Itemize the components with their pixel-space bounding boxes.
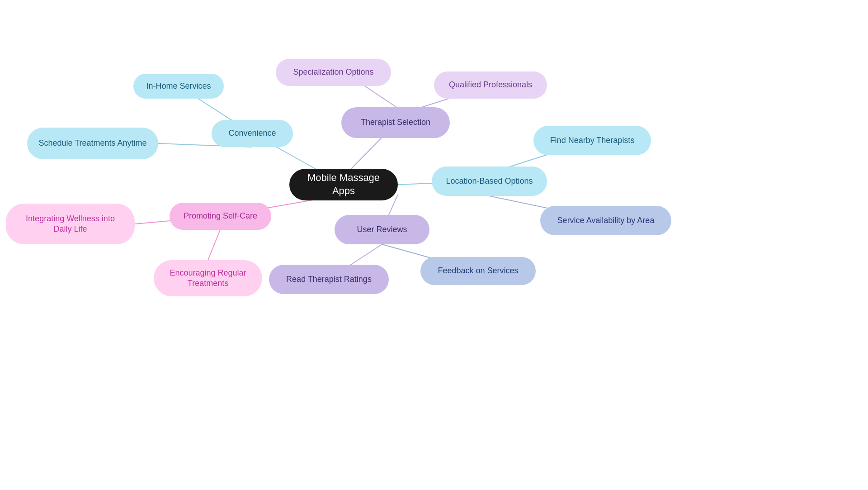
node-service-availability-label: Service Availability by Area xyxy=(557,215,655,226)
connections-svg xyxy=(0,0,868,490)
node-service-availability[interactable]: Service Availability by Area xyxy=(540,206,671,235)
node-convenience[interactable]: Convenience xyxy=(212,120,293,147)
node-convenience-label: Convenience xyxy=(228,128,276,138)
node-integrating-label: Integrating Wellness into Daily Life xyxy=(16,214,125,235)
node-in-home-services[interactable]: In-Home Services xyxy=(133,74,224,99)
node-find-therapists[interactable]: Find Nearby Therapists xyxy=(533,126,651,155)
node-user-reviews[interactable]: User Reviews xyxy=(335,215,429,244)
node-specialization-options[interactable]: Specialization Options xyxy=(276,59,391,86)
node-qualified-label: Qualified Professionals xyxy=(449,80,532,90)
node-promoting-self-care[interactable]: Promoting Self-Care xyxy=(170,203,271,230)
node-qualified-professionals[interactable]: Qualified Professionals xyxy=(434,71,547,99)
node-in-home-label: In-Home Services xyxy=(146,81,211,91)
node-schedule-label: Schedule Treatments Anytime xyxy=(38,138,146,148)
node-feedback-services[interactable]: Feedback on Services xyxy=(420,257,536,285)
node-user-reviews-label: User Reviews xyxy=(357,224,407,235)
node-feedback-label: Feedback on Services xyxy=(438,266,518,276)
node-schedule-treatments[interactable]: Schedule Treatments Anytime xyxy=(27,128,158,159)
node-promoting-label: Promoting Self-Care xyxy=(184,211,257,221)
node-therapist-selection-label: Therapist Selection xyxy=(361,117,430,128)
node-find-therapists-label: Find Nearby Therapists xyxy=(550,135,635,146)
center-label: Mobile Massage Apps xyxy=(299,171,388,197)
node-integrating-wellness[interactable]: Integrating Wellness into Daily Life xyxy=(6,204,135,244)
node-encouraging-label: Encouraging Regular Treatments xyxy=(164,268,252,289)
center-node[interactable]: Mobile Massage Apps xyxy=(289,169,398,200)
node-location-label: Location-Based Options xyxy=(446,176,533,186)
node-encouraging-treatments[interactable]: Encouraging Regular Treatments xyxy=(154,260,262,296)
node-read-ratings[interactable]: Read Therapist Ratings xyxy=(269,265,389,294)
node-specialization-label: Specialization Options xyxy=(293,67,373,77)
node-therapist-selection[interactable]: Therapist Selection xyxy=(341,107,450,138)
svg-line-8 xyxy=(208,230,220,260)
node-location-based[interactable]: Location-Based Options xyxy=(432,167,547,196)
node-read-ratings-label: Read Therapist Ratings xyxy=(286,274,372,285)
